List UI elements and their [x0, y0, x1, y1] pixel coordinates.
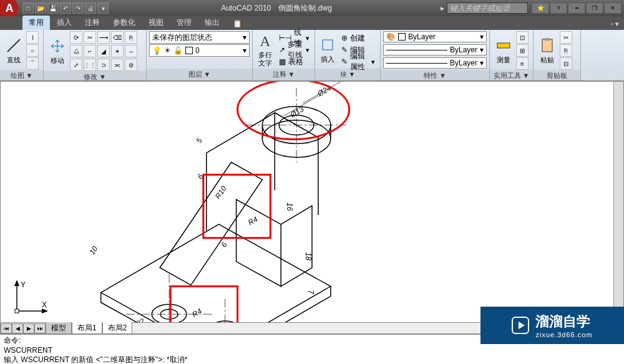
- paint-icon: 🎨: [386, 32, 396, 41]
- panel-annot-label[interactable]: 注释 ▼: [253, 69, 314, 80]
- chevron-down-icon: ▾: [480, 32, 484, 41]
- linetype-combo[interactable]: ByLayer▾: [383, 57, 487, 69]
- app-logo[interactable]: A: [0, 0, 19, 16]
- qat-dropdown-icon[interactable]: ▾: [97, 2, 109, 14]
- title-divider: ▸: [441, 4, 447, 12]
- stretch-icon[interactable]: ↔: [125, 45, 137, 57]
- mleader-icon: ↗: [279, 46, 285, 54]
- layer-combo[interactable]: 💡 ☀ 🔓 0 ▾: [149, 44, 250, 57]
- block-insert-label: 插入: [321, 55, 334, 64]
- play-icon: [512, 317, 529, 334]
- block-insert-button[interactable]: 插入: [318, 35, 338, 65]
- extend-icon[interactable]: ⟶: [97, 31, 110, 44]
- svg-rect-4: [545, 38, 550, 41]
- paste-button[interactable]: 粘贴: [536, 36, 558, 66]
- tab-annotate[interactable]: 注释: [79, 16, 106, 30]
- help-icon[interactable]: ?: [550, 2, 567, 14]
- mleader-button[interactable]: ↗多重引线 ▾: [276, 44, 312, 55]
- table-icon: ▦: [279, 57, 286, 66]
- color-combo[interactable]: 🎨ByLayer▾: [383, 31, 487, 42]
- mirror-icon[interactable]: ⧋: [70, 45, 82, 57]
- ucs-y-label: Y: [21, 280, 26, 289]
- chamfer-icon[interactable]: ◢: [97, 45, 110, 57]
- lineweight-combo[interactable]: ByLayer▾: [383, 44, 487, 55]
- dim-16: 16: [285, 203, 294, 211]
- close-button[interactable]: ✕: [604, 2, 622, 14]
- util-icon-3[interactable]: ≡: [516, 57, 529, 70]
- line-button[interactable]: 直线: [2, 36, 25, 66]
- offset-icon[interactable]: ⊃: [97, 59, 110, 71]
- array-icon[interactable]: ⋮⋮: [84, 59, 96, 71]
- ribbon: 直线 ⌇ ○ ⌒ 绘图 ▼ 移动 ⟳ ✂ ⟶ ⌫ ⎘ ⧋ ⌐: [0, 30, 624, 81]
- panel-draw-label[interactable]: 绘图 ▼: [0, 70, 43, 82]
- tab-view[interactable]: 视图: [142, 16, 170, 30]
- tab-nav-last-icon[interactable]: ⏭: [34, 323, 46, 333]
- tab-insert[interactable]: 插入: [51, 16, 78, 30]
- watermark: 溜溜自学 zixue.3d66.com: [480, 307, 624, 344]
- tab-parametric[interactable]: 参数化: [107, 16, 142, 30]
- qat-undo-icon[interactable]: ↶: [60, 2, 71, 14]
- util-icon-1[interactable]: ⊡: [516, 31, 529, 44]
- qat-open-icon[interactable]: 📂: [35, 2, 46, 14]
- layer-state-combo[interactable]: 未保存的图层状态 ▾: [149, 31, 250, 44]
- join-icon[interactable]: ⫘: [111, 59, 124, 71]
- polyline-icon[interactable]: ⌇: [26, 31, 39, 44]
- qat-redo-icon[interactable]: ↷: [72, 2, 84, 14]
- erase-icon[interactable]: ⌫: [111, 31, 124, 44]
- dim-7: 7: [306, 290, 315, 294]
- trim-icon[interactable]: ✂: [84, 31, 96, 44]
- arc-icon[interactable]: ⌒: [26, 57, 39, 70]
- search-placeholder: 键入关键字或短语: [450, 3, 510, 14]
- help-star-icon[interactable]: ⭐: [532, 2, 549, 14]
- panel-props-label[interactable]: 特性 ▼: [381, 70, 489, 82]
- tab-nav-prev-icon[interactable]: ◀: [12, 323, 23, 333]
- move-button[interactable]: 移动: [46, 36, 69, 67]
- tab-extra-icon[interactable]: 📋: [227, 17, 248, 30]
- block-create-button[interactable]: ⊕创建: [339, 32, 378, 44]
- table-button[interactable]: ▦表格: [276, 56, 312, 67]
- dim-18: 18: [304, 252, 313, 261]
- block-editattr-button[interactable]: ✎编辑属性 ▾: [339, 56, 378, 67]
- tab-nav-first-icon[interactable]: ⏮: [1, 323, 12, 333]
- measure-button[interactable]: 测量: [492, 36, 515, 66]
- circle-icon[interactable]: ○: [26, 44, 39, 57]
- minimize-button[interactable]: ━: [568, 2, 585, 14]
- dim-r10: R10: [213, 184, 228, 201]
- panel-layer-label[interactable]: 图层 ▼: [147, 69, 252, 80]
- panel-clip-label[interactable]: 剪贴板: [534, 70, 580, 82]
- break-icon[interactable]: ⊘: [125, 59, 137, 71]
- layout2-tab[interactable]: 布局2: [102, 322, 133, 335]
- rotate-icon[interactable]: ⟳: [70, 31, 82, 44]
- layout1-tab[interactable]: 布局1: [72, 322, 102, 335]
- watermark-title: 溜溜自学: [535, 312, 590, 331]
- qat-save-icon[interactable]: 💾: [47, 2, 59, 14]
- dim-10: 10: [87, 244, 99, 256]
- cut-icon[interactable]: ✂: [560, 31, 572, 44]
- ribbon-minimize-icon[interactable]: ▫ ▾: [606, 18, 624, 30]
- panel-block-label[interactable]: 块 ▼: [315, 69, 380, 80]
- model-tab[interactable]: 模型: [46, 322, 72, 335]
- scale-icon[interactable]: ⤢: [70, 59, 82, 71]
- explode-icon[interactable]: ✴: [111, 45, 124, 57]
- tab-output[interactable]: 输出: [198, 16, 226, 30]
- panel-util-label[interactable]: 实用工具 ▼: [490, 70, 533, 82]
- file-name: 倒圆角绘制.dwg: [278, 4, 331, 12]
- chevron-down-icon: ▾: [243, 46, 246, 55]
- mtext-button[interactable]: A 多行 文字: [255, 32, 275, 67]
- fillet-icon[interactable]: ⌐: [84, 45, 96, 57]
- match-icon[interactable]: ⊟: [560, 57, 572, 70]
- editattr-icon: ✎: [341, 57, 348, 66]
- qat-new-icon[interactable]: □: [22, 2, 34, 14]
- tab-manage[interactable]: 管理: [170, 16, 198, 30]
- tab-nav-next-icon[interactable]: ▶: [23, 323, 34, 333]
- copy-icon[interactable]: ⎘: [125, 31, 137, 44]
- maximize-button[interactable]: ❐: [586, 2, 603, 14]
- search-input[interactable]: 键入关键字或短语: [447, 2, 528, 14]
- qat-print-icon[interactable]: 🖨: [85, 2, 96, 14]
- vertical-scrollbar[interactable]: [613, 82, 623, 322]
- layer-color-swatch: [185, 47, 193, 54]
- util-icon-2[interactable]: ⊞: [516, 44, 529, 57]
- copy-clip-icon[interactable]: ⎘: [560, 44, 572, 57]
- tab-home[interactable]: 常用: [22, 16, 50, 30]
- drawing-canvas[interactable]: Ø24 Ø13 5 R10 R4 6 6 16 18 7 10 22 42 R4…: [0, 81, 624, 334]
